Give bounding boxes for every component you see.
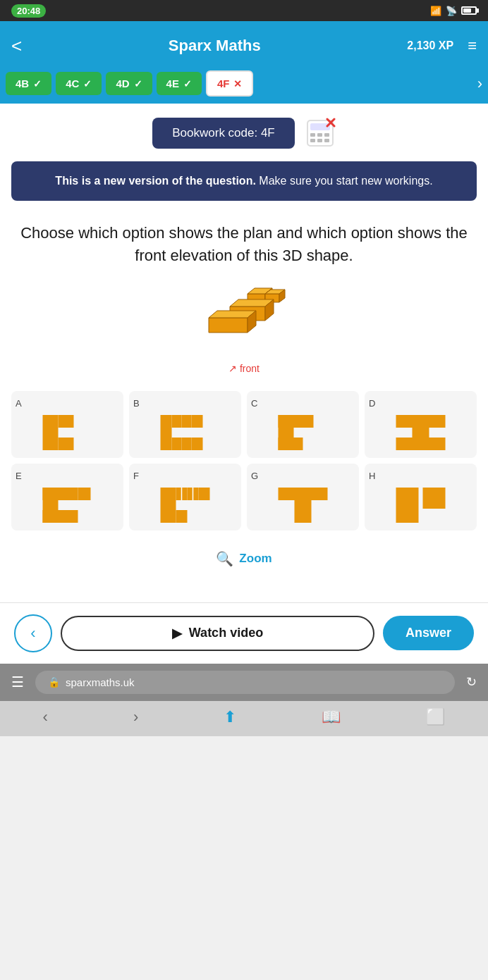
nav-bookmarks-icon[interactable]: 📖 [322,708,341,726]
menu-icon[interactable]: ≡ [468,37,477,55]
tab-4F-label: 4F [217,77,230,89]
browser-url-bar[interactable]: 🔒 sparxmaths.uk [35,671,455,694]
header-xp: 2,130 XP [407,39,453,52]
option-C[interactable]: C [247,391,359,458]
zoom-label: Zoom [239,552,272,566]
tab-4B-check-icon: ✓ [33,78,42,89]
notice-bold: This is a new version of the question. [55,175,256,187]
tab-4C-check-icon: ✓ [83,78,92,89]
svg-rect-26 [172,415,182,428]
shape-svg-container: ↗ front [188,287,300,374]
watch-video-label: Watch video [189,626,263,640]
shape-display: ↗ front [11,287,477,374]
calculator-icon [305,118,336,149]
tab-4B-label: 4B [16,77,29,89]
svg-rect-25 [161,415,172,450]
option-F-label: F [133,471,139,481]
tab-4B[interactable]: 4B ✓ [6,72,51,95]
tab-4D[interactable]: 4D ✓ [106,72,152,95]
svg-rect-5 [310,139,315,142]
svg-rect-22 [43,415,59,450]
option-G-svg [251,484,355,526]
svg-rect-52 [423,488,446,509]
header: < Sparx Maths 2,130 XP ≡ [0,21,488,70]
svg-rect-35 [396,415,446,428]
svg-rect-48 [176,510,188,523]
main-content: Bookwork code: 4F This is a new version … [0,104,488,602]
option-C-svg [251,411,355,454]
option-H-svg [369,484,472,526]
svg-rect-34 [279,438,303,450]
nav-back-icon[interactable]: ‹ [43,708,48,726]
svg-rect-28 [192,415,203,428]
option-B[interactable]: B [129,391,241,458]
tab-4F-x-icon: ✕ [233,78,242,89]
svg-rect-23 [59,415,74,428]
svg-rect-47 [199,488,210,500]
bookwork-code-text: Bookwork code: 4F [172,126,275,139]
tab-4E-check-icon: ✓ [183,78,192,89]
svg-rect-51 [396,488,419,523]
option-G[interactable]: G [247,464,359,531]
option-E[interactable]: E [11,464,123,531]
svg-rect-27 [182,415,192,428]
option-F[interactable]: F [129,464,241,531]
bookwork-code-box: Bookwork code: 4F [152,118,295,149]
refresh-icon[interactable]: ↻ [466,674,477,690]
option-F-svg [133,484,237,526]
bookwork-row: Bookwork code: 4F [11,118,477,149]
option-D-label: D [369,398,375,409]
front-label: ↗ front [188,363,300,374]
option-E-label: E [16,471,22,481]
back-circle-button[interactable]: ‹ [14,614,52,652]
svg-rect-40 [43,510,78,523]
option-D-svg [369,411,472,454]
nav-tabs-icon[interactable]: ⬜ [426,708,445,726]
watch-video-button[interactable]: ▶ Watch video [61,616,374,651]
tab-strip: 4B ✓ 4C ✓ 4D ✓ 4E ✓ 4F ✕ › [0,70,488,104]
front-text: front [240,363,260,374]
question-text: Choose which option shows the plan and w… [11,222,477,267]
bottom-bar: ‹ ▶ Watch video Answer [0,602,488,664]
status-icons: 📶 📡 [430,6,477,16]
lock-icon: 🔒 [48,676,60,688]
nav-bar: ‹ › ⬆ 📖 ⬜ [0,701,488,736]
nav-forward-icon[interactable]: › [133,708,138,726]
notice-banner: This is a new version of the question. M… [11,161,477,201]
tab-4E[interactable]: 4E ✓ [157,72,202,95]
svg-rect-42 [161,488,176,523]
tab-4D-label: 4D [116,77,129,89]
option-B-svg [133,411,237,454]
svg-rect-36 [413,428,429,438]
tab-4F[interactable]: 4F ✕ [206,70,254,97]
svg-rect-6 [317,139,322,142]
option-H[interactable]: H [365,464,477,531]
front-arrow-icon: ↗ [228,363,237,374]
wifi-icon: 📡 [446,6,457,16]
option-E-svg [16,484,119,526]
nav-share-icon[interactable]: ⬆ [224,708,236,726]
zoom-row[interactable]: 🔍 Zoom [11,550,477,567]
tab-4E-label: 4E [166,77,179,89]
option-D[interactable]: D [365,391,477,458]
back-button[interactable]: < [11,37,22,55]
option-H-label: H [369,471,375,481]
option-A[interactable]: A [11,391,123,458]
tab-chevron-icon[interactable]: › [477,75,482,93]
answer-button[interactable]: Answer [383,616,474,650]
option-B-label: B [133,398,140,409]
option-A-svg [16,411,119,454]
svg-rect-29 [172,438,182,450]
answer-label: Answer [405,626,451,640]
svg-rect-41 [78,488,91,500]
svg-rect-2 [310,133,315,137]
header-title: Sparx Maths [30,37,398,55]
svg-rect-4 [324,133,329,137]
status-time: 20:48 [11,4,46,18]
tab-4C[interactable]: 4C ✓ [56,72,102,95]
battery-icon [461,6,477,15]
status-bar: 20:48 📶 📡 [0,0,488,21]
svg-rect-49 [279,488,328,500]
notice-rest: Make sure you start new workings. [259,175,432,187]
browser-menu-icon[interactable]: ☰ [11,674,24,690]
